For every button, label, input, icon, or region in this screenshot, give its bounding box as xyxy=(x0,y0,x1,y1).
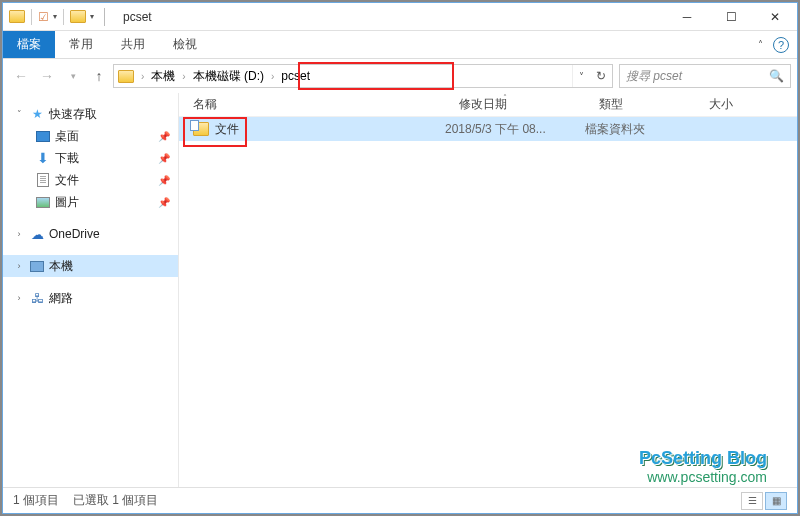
sort-indicator-icon: ˄ xyxy=(503,93,507,102)
pin-icon: 📌 xyxy=(158,197,170,208)
column-type[interactable]: 類型 xyxy=(599,96,709,113)
network-icon: 🖧 xyxy=(29,291,45,305)
tab-home[interactable]: 常用 xyxy=(55,31,107,58)
chevron-down-icon[interactable]: ˅ xyxy=(13,109,25,119)
download-icon: ⬇ xyxy=(35,151,51,165)
column-size[interactable]: 大小 xyxy=(709,96,789,113)
close-button[interactable]: ✕ xyxy=(753,3,797,31)
chevron-right-icon[interactable]: › xyxy=(268,71,277,82)
recent-dropdown-icon[interactable]: ▾ xyxy=(61,64,85,88)
forward-button[interactable]: → xyxy=(35,64,59,88)
breadcrumb-drive[interactable]: 本機磁碟 (D:) xyxy=(189,65,268,87)
status-item-count: 1 個項目 xyxy=(13,492,59,509)
annotation-highlight xyxy=(298,62,454,90)
column-headers: 名稱 ˄ 修改日期 類型 大小 xyxy=(179,93,797,117)
back-button[interactable]: ← xyxy=(9,64,33,88)
nav-downloads[interactable]: ⬇ 下載 📌 xyxy=(3,147,178,169)
tab-file[interactable]: 檔案 xyxy=(3,31,55,58)
minimize-button[interactable]: ─ xyxy=(665,3,709,31)
status-bar: 1 個項目 已選取 1 個項目 ☰ ▦ xyxy=(3,487,797,513)
cloud-icon: ☁ xyxy=(29,227,45,241)
column-name[interactable]: 名稱 xyxy=(179,96,459,113)
app-icon xyxy=(9,10,25,23)
nav-quick-access[interactable]: ˅ ★ 快速存取 xyxy=(3,103,178,125)
pin-icon: 📌 xyxy=(158,153,170,164)
tab-share[interactable]: 共用 xyxy=(107,31,159,58)
file-row[interactable]: 文件 2018/5/3 下午 08... 檔案資料夾 xyxy=(179,117,797,141)
navigation-pane: ˅ ★ 快速存取 桌面 📌 ⬇ 下載 📌 文件 📌 圖片 xyxy=(3,93,179,487)
pc-icon xyxy=(30,261,44,272)
file-list-pane: 名稱 ˄ 修改日期 類型 大小 文件 2018/5/3 下午 08... 檔案資… xyxy=(179,93,797,487)
qat-properties-icon[interactable]: ☑ xyxy=(38,10,49,24)
desktop-icon xyxy=(36,131,50,142)
window-title: pcset xyxy=(123,10,152,24)
up-button[interactable]: ↑ xyxy=(87,64,111,88)
column-date[interactable]: 修改日期 xyxy=(459,96,599,113)
chevron-right-icon[interactable]: › xyxy=(138,71,147,82)
star-icon: ★ xyxy=(29,107,45,121)
breadcrumb-root[interactable]: 本機 xyxy=(147,65,179,87)
document-icon xyxy=(37,173,49,187)
explorer-window: ☑ ▾ ▾ pcset ─ ☐ ✕ 檔案 常用 共用 檢視 ˄ ? ← → ▾ … xyxy=(2,2,798,514)
address-bar[interactable]: › 本機 › 本機磁碟 (D:) › pcset ˅ ↻ xyxy=(113,64,613,88)
chevron-right-icon[interactable]: › xyxy=(13,261,25,271)
file-type: 檔案資料夾 xyxy=(585,121,695,138)
file-date: 2018/5/3 下午 08... xyxy=(445,121,585,138)
view-thumbnails-button[interactable]: ▦ xyxy=(765,492,787,510)
file-name: 文件 xyxy=(215,121,239,138)
nav-pictures[interactable]: 圖片 📌 xyxy=(3,191,178,213)
nav-onedrive[interactable]: › ☁ OneDrive xyxy=(3,223,178,245)
qat-dropdown-icon[interactable]: ▾ xyxy=(53,12,57,21)
folder-documents-icon xyxy=(193,122,209,136)
address-dropdown-icon[interactable]: ˅ xyxy=(572,65,590,87)
status-selected-count: 已選取 1 個項目 xyxy=(73,492,158,509)
titlebar: ☑ ▾ ▾ pcset ─ ☐ ✕ xyxy=(3,3,797,31)
maximize-button[interactable]: ☐ xyxy=(709,3,753,31)
navigation-bar: ← → ▾ ↑ › 本機 › 本機磁碟 (D:) › pcset ˅ ↻ 搜尋 … xyxy=(3,59,797,93)
search-placeholder: 搜尋 pcset xyxy=(626,68,769,85)
qat-menu-icon[interactable]: ▾ xyxy=(90,12,94,21)
ribbon-tabs: 檔案 常用 共用 檢視 ˄ ? xyxy=(3,31,797,59)
address-folder-icon xyxy=(118,70,134,83)
chevron-right-icon[interactable]: › xyxy=(13,229,25,239)
tab-view[interactable]: 檢視 xyxy=(159,31,211,58)
chevron-right-icon[interactable]: › xyxy=(179,71,188,82)
nav-this-pc[interactable]: › 本機 xyxy=(3,255,178,277)
refresh-button[interactable]: ↻ xyxy=(590,69,612,83)
folder-icon xyxy=(70,10,86,23)
pin-icon: 📌 xyxy=(158,131,170,142)
search-input[interactable]: 搜尋 pcset 🔍 xyxy=(619,64,791,88)
pin-icon: 📌 xyxy=(158,175,170,186)
nav-network[interactable]: › 🖧 網路 xyxy=(3,287,178,309)
view-details-button[interactable]: ☰ xyxy=(741,492,763,510)
help-icon[interactable]: ? xyxy=(773,37,789,53)
nav-desktop[interactable]: 桌面 📌 xyxy=(3,125,178,147)
chevron-right-icon[interactable]: › xyxy=(13,293,25,303)
search-icon[interactable]: 🔍 xyxy=(769,69,784,83)
pictures-icon xyxy=(36,197,50,208)
ribbon-collapse-icon[interactable]: ˄ xyxy=(758,39,763,50)
breadcrumb-folder[interactable]: pcset xyxy=(277,65,314,87)
nav-documents[interactable]: 文件 📌 xyxy=(3,169,178,191)
